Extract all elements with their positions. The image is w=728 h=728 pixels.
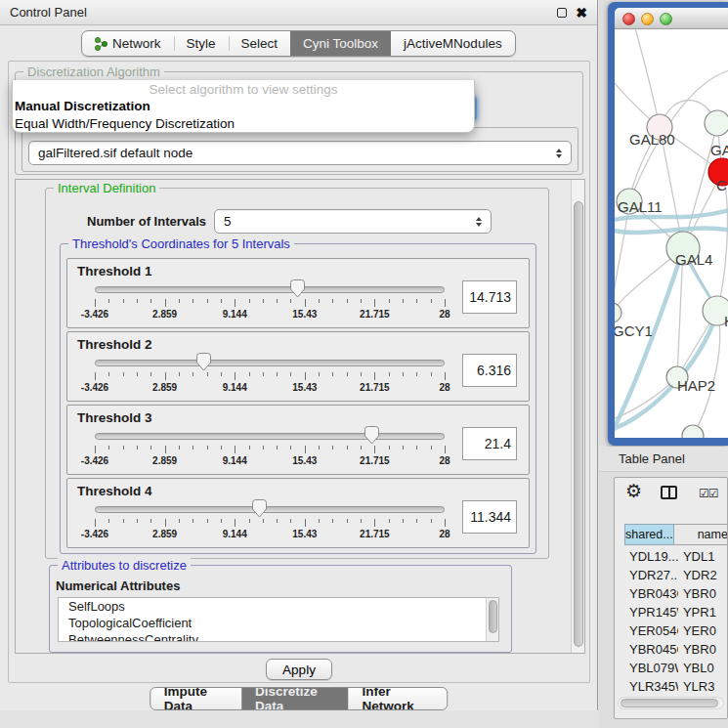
tab-label: Select [241, 36, 278, 51]
threshold-value-field[interactable]: 11.344 [462, 500, 517, 534]
tab-impute-data[interactable]: Impute Data [150, 688, 241, 709]
cell-shared-name[interactable]: YBL079W [624, 661, 678, 675]
scrollbar-thumb[interactable] [574, 201, 583, 647]
slider-ticks [95, 372, 445, 381]
numerical-attributes-list[interactable]: SelfLoopsTopologicalCoefficientBetweenne… [58, 597, 499, 642]
network-node-label: HAP2 [677, 377, 715, 394]
threshold-value-field[interactable]: 14.713 [462, 280, 517, 314]
popup-option-equal-width-frequency[interactable]: Equal Width/Frequency Discretization [13, 115, 474, 133]
network-window-titlebar[interactable] [615, 8, 728, 29]
attribute-list-item[interactable]: BetweennessCentrality [59, 631, 498, 642]
slider-thumb[interactable] [364, 426, 379, 445]
network-node[interactable] [705, 110, 728, 136]
cell-shared-name[interactable]: YBR045C [624, 642, 678, 657]
slider[interactable] [95, 433, 445, 441]
table-row[interactable]: YBR045CYBR0 [624, 640, 727, 659]
float-window-icon[interactable] [557, 8, 567, 18]
slider-tick-labels: -3.4262.8599.14415.4321.71528 [95, 529, 445, 540]
network-view-window[interactable]: GAL80GACGAL11GAL4GCY1HHAP2 [608, 2, 728, 446]
network-canvas[interactable]: GAL80GACGAL11GAL4GCY1HHAP2 [615, 29, 728, 438]
tab-jactivemnodules[interactable]: jActiveMNodules [391, 31, 515, 56]
cell-name[interactable]: YDR2 [678, 568, 727, 582]
slider-tick-labels: -3.4262.8599.14415.4321.71528 [95, 309, 445, 321]
list-scrollbar[interactable] [486, 598, 498, 641]
table-row[interactable]: YLR345WYLR3 [624, 677, 727, 696]
cell-shared-name[interactable]: YPR145W [624, 605, 678, 620]
app-canvas: Control Panel ✖ Network Style Select Cyn… [0, 0, 728, 728]
table-horizontal-scrollbar[interactable] [618, 697, 724, 709]
tab-discretize-data[interactable]: Discretize Data [241, 688, 349, 709]
cell-shared-name[interactable]: YBR043C [624, 586, 678, 601]
cell-name[interactable]: YPR1 [678, 605, 727, 620]
column-header-shared-name[interactable]: shared... [624, 524, 674, 545]
panel-scrollbar[interactable] [571, 180, 584, 653]
tab-select[interactable]: Select [229, 31, 291, 56]
gear-icon[interactable]: ⚙ [625, 482, 642, 500]
network-node[interactable] [615, 303, 621, 322]
zoom-traffic-light-icon[interactable] [660, 13, 672, 25]
minimize-traffic-light-icon[interactable] [641, 13, 654, 25]
popup-option-manual-discretization[interactable]: Manual Discretization [13, 98, 474, 115]
network-node-label: GCY1 [615, 322, 653, 339]
tab-network[interactable]: Network [82, 31, 174, 56]
network-node[interactable] [682, 425, 704, 438]
threshold-value-field[interactable]: 21.4 [462, 427, 517, 460]
slider-thumb[interactable] [252, 499, 267, 518]
table-row[interactable]: YPR145WYPR1 [624, 603, 727, 621]
table-row[interactable]: YER054CYER0 [624, 621, 727, 640]
slider-track[interactable] [95, 360, 445, 366]
cell-name[interactable]: YLR3 [678, 679, 727, 694]
threshold-label: Threshold 2 [77, 337, 152, 352]
table-row[interactable]: YDR27...YDR2 [624, 566, 727, 584]
slider[interactable] [95, 360, 445, 367]
scrollbar-thumb[interactable] [621, 699, 718, 707]
cell-shared-name[interactable]: YLR345W [624, 679, 678, 694]
scrollbar-thumb[interactable] [489, 600, 497, 633]
network-node-label: GA [710, 142, 728, 158]
attribute-list-item[interactable]: TopologicalCoefficient [59, 615, 498, 631]
interval-definition-group: Interval Definition Number of Intervals … [45, 188, 549, 559]
table-row[interactable]: YBL079WYBL0 [624, 659, 727, 677]
split-columns-icon[interactable] [661, 486, 677, 499]
slider-track[interactable] [95, 433, 445, 440]
tab-infer-network[interactable]: Infer Network [349, 688, 448, 709]
slider-ticks [95, 519, 445, 528]
close-icon[interactable]: ✖ [576, 6, 587, 20]
column-header-name[interactable]: name [674, 524, 728, 545]
cell-name[interactable]: YDL1 [678, 549, 727, 564]
attribute-list-item[interactable]: SelfLoops [59, 598, 498, 615]
group-title: Interval Definition [54, 181, 159, 195]
slider-track[interactable] [95, 286, 445, 293]
threshold-label: Threshold 4 [77, 484, 152, 498]
cell-name[interactable]: YER0 [678, 623, 727, 638]
threshold-value-field[interactable]: 6.316 [462, 354, 517, 387]
apply-button[interactable]: Apply [266, 659, 332, 680]
table-row[interactable]: YBR043CYBR0 [624, 584, 727, 603]
slider-thumb[interactable] [196, 353, 211, 371]
network-node-label: GAL11 [618, 198, 663, 215]
close-traffic-light-icon[interactable] [622, 13, 635, 25]
cell-shared-name[interactable]: YDR27... [624, 568, 678, 582]
select-columns-checkboxes-icon[interactable]: ☑☑ [699, 487, 718, 500]
popup-placeholder: Select algorithm to view settings [13, 82, 474, 98]
cell-shared-name[interactable]: YER054C [624, 623, 678, 638]
slider-track[interactable] [95, 506, 445, 513]
tab-cyni-toolbox[interactable]: Cyni Toolbox [290, 31, 391, 56]
tab-style[interactable]: Style [174, 31, 229, 56]
slider-thumb[interactable] [290, 279, 305, 298]
network-node-label: GAL4 [675, 251, 712, 268]
cell-name[interactable]: YBL0 [678, 661, 727, 675]
num-intervals-combo[interactable]: 5 [214, 209, 492, 234]
table-data-group: Table Data galFiltered.sif default node [21, 127, 578, 172]
cell-name[interactable]: YBR0 [678, 586, 727, 601]
table-data-combo[interactable]: galFiltered.sif default node [28, 141, 572, 165]
table-panel-header: Table Panel [599, 447, 728, 472]
cell-shared-name[interactable]: YDL19... [624, 549, 678, 564]
network-icon [95, 37, 107, 51]
slider[interactable] [95, 506, 445, 514]
slider[interactable] [95, 286, 445, 294]
cell-name[interactable]: YBR0 [678, 642, 727, 657]
group-title: Threshold's Coordinates for 5 Intervals [68, 236, 294, 251]
network-node-label: C [716, 177, 727, 193]
table-row[interactable]: YDL19...YDL1 [624, 547, 727, 566]
